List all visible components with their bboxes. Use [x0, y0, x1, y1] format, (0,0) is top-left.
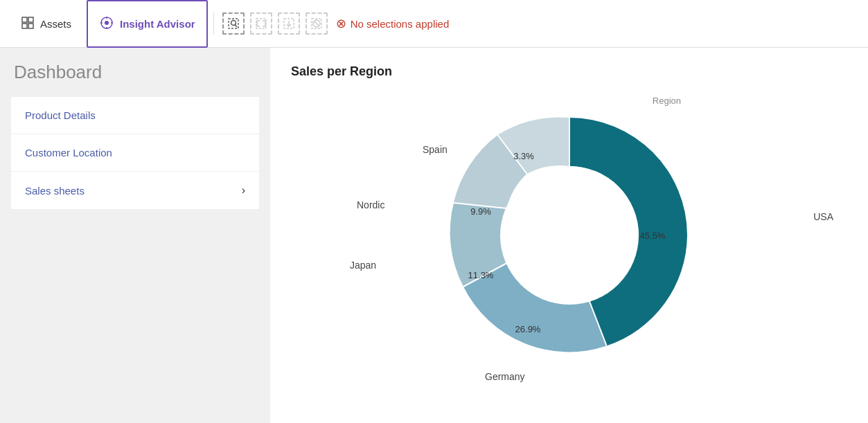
svg-point-5 [105, 21, 109, 25]
toolbar-icons [222, 12, 328, 35]
no-selections-label: No selections applied [351, 18, 450, 30]
nav-item-customer-location-label: Customer Location [25, 147, 112, 159]
chart-title: Sales per Region [291, 64, 847, 79]
chevron-right-icon: › [242, 184, 245, 197]
nav-item-sales-sheets[interactable]: Sales sheets › [11, 172, 259, 209]
sidebar: Dashboard Product Details Customer Locat… [0, 48, 270, 423]
top-nav: Assets Insight Advisor [0, 0, 868, 48]
main-area: Dashboard Product Details Customer Locat… [0, 48, 868, 423]
content-area: Sales per Region Region [270, 48, 868, 423]
usa-pct: 45.5% [639, 231, 665, 241]
tab-insight-advisor[interactable]: Insight Advisor [87, 0, 208, 48]
svg-line-12 [235, 25, 237, 27]
insight-advisor-icon [99, 15, 114, 33]
expand-icon[interactable] [250, 12, 272, 35]
japan-label: Japan [350, 260, 376, 271]
svg-rect-0 [22, 17, 27, 22]
assets-icon [21, 16, 35, 32]
svg-point-11 [231, 21, 236, 26]
nav-item-product-details-label: Product Details [25, 109, 96, 121]
donut-chart-svg: 45.5% 26.9% 11.3% 9.9% 3.3% [424, 90, 715, 381]
export-icon[interactable] [278, 12, 300, 35]
svg-line-18 [315, 21, 319, 26]
svg-rect-1 [28, 17, 33, 22]
nav-list: Product Details Customer Location Sales … [11, 97, 259, 209]
chart-container: Region [291, 90, 847, 402]
germany-pct: 26.9% [515, 324, 540, 334]
tab-insight-advisor-label: Insight Advisor [120, 18, 195, 30]
nav-item-product-details[interactable]: Product Details [11, 97, 259, 134]
svg-rect-3 [28, 24, 33, 28]
nav-item-customer-location[interactable]: Customer Location [11, 134, 259, 172]
no-selections-x-icon: ⊗ [336, 16, 346, 31]
tab-assets[interactable]: Assets [8, 0, 84, 48]
japan-pct: 11.3% [468, 270, 493, 280]
nav-item-sales-sheets-label: Sales sheets [25, 185, 85, 197]
spain-label: Spain [423, 144, 448, 155]
nordic-label: Nordic [357, 199, 384, 210]
svg-rect-13 [256, 19, 266, 28]
usa-label: USA [813, 211, 833, 222]
page-title: Dashboard [11, 62, 259, 83]
clear-selections-icon[interactable] [305, 12, 328, 35]
donut-hole [500, 166, 639, 305]
nav-divider [213, 12, 214, 35]
nordic-pct: 9.9% [470, 206, 491, 217]
spain-pct: 3.3% [513, 151, 534, 161]
svg-rect-2 [22, 24, 27, 28]
no-selections-bar: ⊗ No selections applied [336, 16, 450, 31]
search-tool-icon[interactable] [222, 12, 245, 35]
tab-assets-label: Assets [40, 18, 71, 30]
germany-label: Germany [485, 371, 525, 382]
